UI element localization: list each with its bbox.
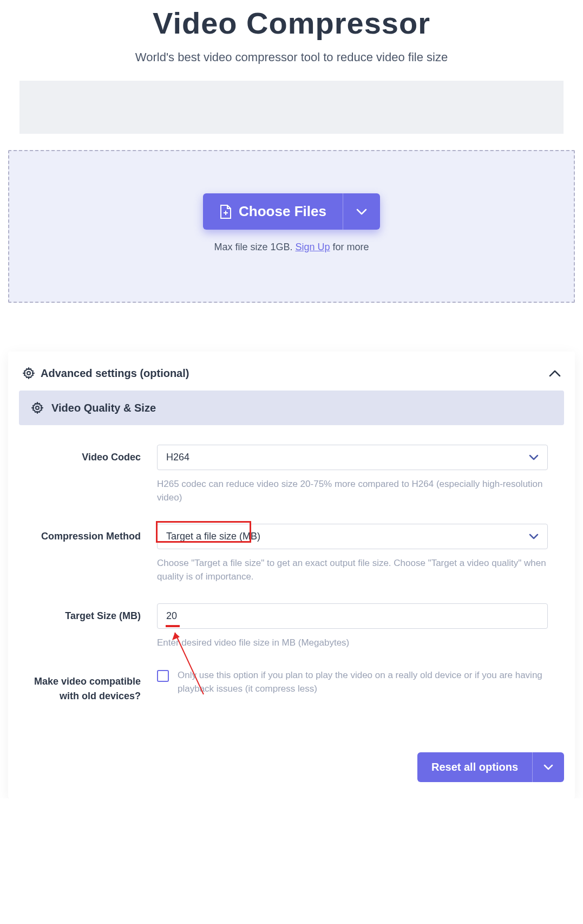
page-title: Video Compressor	[8, 5, 575, 41]
compression-method-hint: Choose "Target a file size" to get an ex…	[157, 557, 548, 583]
file-dropzone[interactable]: Choose Files Max file size 1GB. Sign Up …	[8, 150, 575, 303]
compat-checkbox[interactable]	[157, 670, 169, 682]
compression-method-label: Compression Method	[24, 524, 141, 583]
compat-label: Make video compatible with old devices?	[24, 669, 141, 704]
signup-link[interactable]: Sign Up	[295, 242, 330, 252]
chevron-down-icon	[529, 454, 539, 460]
chevron-up-icon	[549, 369, 561, 377]
chevron-down-icon	[529, 533, 539, 539]
svg-point-1	[36, 406, 39, 409]
choose-files-label: Choose Files	[239, 203, 326, 220]
gear-icon	[22, 367, 35, 380]
video-codec-value: H264	[166, 452, 189, 463]
advanced-settings-header[interactable]: Advanced settings (optional)	[19, 367, 564, 391]
video-codec-hint: H265 codec can reduce video size 20-75% …	[157, 478, 548, 504]
section-label: Video Quality & Size	[51, 402, 156, 414]
reset-all-options-button[interactable]: Reset all options	[417, 752, 532, 782]
target-size-input[interactable]	[157, 603, 548, 629]
compat-hint: Only use this option if you plan to play…	[178, 669, 548, 695]
advanced-settings-label: Advanced settings (optional)	[41, 367, 189, 380]
svg-point-0	[27, 372, 30, 375]
target-size-label: Target Size (MB)	[24, 603, 141, 650]
compression-method-select[interactable]: Target a file size (MB)	[157, 524, 548, 549]
hint-prefix: Max file size 1GB.	[214, 242, 295, 252]
file-add-icon	[219, 204, 232, 219]
chevron-down-icon	[356, 209, 367, 215]
hint-suffix: for more	[330, 242, 369, 252]
gear-icon	[31, 401, 44, 414]
chevron-down-icon	[543, 764, 553, 770]
dropzone-hint: Max file size 1GB. Sign Up for more	[20, 242, 563, 253]
ad-placeholder	[19, 81, 564, 134]
target-size-hint: Enter desired video file size in MB (Meg…	[157, 636, 548, 650]
compression-method-value: Target a file size (MB)	[166, 531, 260, 542]
page-subtitle: World's best video compressor tool to re…	[8, 50, 575, 64]
reset-all-options-dropdown-button[interactable]	[532, 752, 564, 782]
video-codec-select[interactable]: H264	[157, 445, 548, 470]
choose-files-dropdown-button[interactable]	[343, 193, 380, 230]
section-video-quality-size: Video Quality & Size	[19, 391, 564, 425]
video-codec-label: Video Codec	[24, 445, 141, 504]
choose-files-button[interactable]: Choose Files	[203, 193, 343, 230]
